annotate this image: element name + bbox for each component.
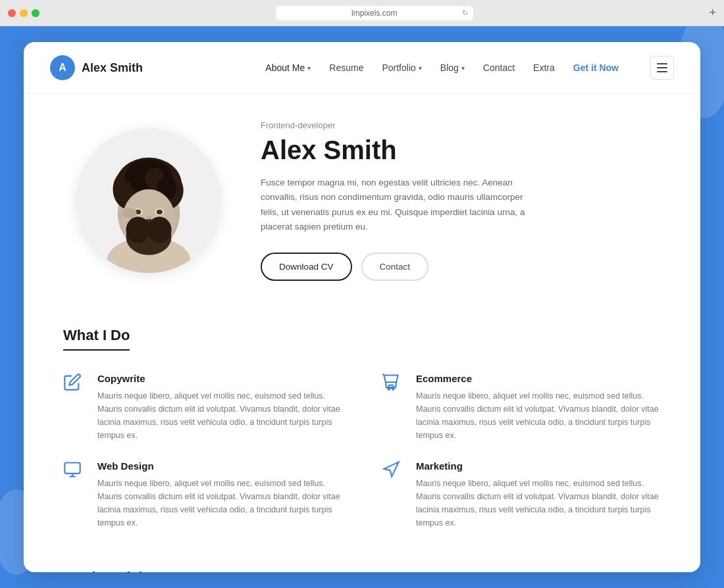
browser-chrome: lmpixels.com ↻ + [0,0,724,26]
testimonials-title: Testimonials [63,569,151,572]
store-icon [382,373,405,397]
nav-blog[interactable]: Blog ▾ [440,62,465,73]
download-cv-button[interactable]: Download CV [261,253,352,281]
nav-portfolio[interactable]: Portfolio ▾ [382,62,421,73]
pencil-icon [63,373,87,397]
logo[interactable]: A Alex Smith [50,55,143,80]
service-marketing-desc: Mauris neque libero, aliquet vel mollis … [416,477,661,529]
new-tab-button[interactable]: + [709,6,716,20]
hamburger-line [657,63,667,64]
services-title: What I Do [63,327,130,351]
service-ecommerce-desc: Mauris neque libero, aliquet vel mollis … [416,389,661,442]
hamburger-menu[interactable] [650,56,674,80]
nav-cta-button[interactable]: Get it Now [573,62,619,73]
url-bar[interactable]: lmpixels.com ↻ [276,6,473,20]
chevron-down-icon: ▾ [419,64,422,72]
svg-line-22 [382,374,384,375]
services-section: What I Do Copywrite Mauris neque libero,… [24,314,700,556]
service-webdesign-content: Web Design Mauris neque libero, aliquet … [97,460,342,529]
service-marketing-content: Marketing Mauris neque libero, aliquet v… [416,460,661,529]
service-copywrite-desc: Mauris neque libero, aliquet vel mollis … [97,389,342,442]
chevron-down-icon: ▾ [307,64,311,72]
traffic-lights [8,9,39,17]
service-marketing-title: Marketing [416,460,661,472]
svg-point-20 [122,208,137,218]
service-webdesign-desc: Mauris neque libero, aliquet vel mollis … [97,477,342,529]
svg-point-19 [157,210,163,214]
service-ecommerce-title: Ecommerce [416,373,661,384]
testimonials-section: Testimonials [24,556,700,572]
hero-section: Frontend-developer Alex Smith Fusce temp… [24,94,700,314]
logo-avatar: A [50,55,75,80]
svg-point-24 [392,388,394,389]
nav-resume[interactable]: Resume [329,62,363,73]
nav-contact[interactable]: Contact [483,62,515,73]
address-bar: lmpixels.com ↻ [45,6,704,20]
svg-point-15 [147,217,171,243]
navbar: A Alex Smith About Me ▾ Resume Portfolio… [24,42,700,94]
monitor-icon [63,460,87,484]
svg-point-14 [126,217,149,243]
service-marketing: Marketing Mauris neque libero, aliquet v… [382,460,661,529]
services-grid: Copywrite Mauris neque libero, aliquet v… [63,373,661,529]
nav-about-me[interactable]: About Me ▾ [265,62,311,73]
url-text: lmpixels.com [351,9,397,18]
avatar-image [83,141,215,273]
svg-rect-25 [65,463,80,474]
service-copywrite: Copywrite Mauris neque libero, aliquet v… [63,373,342,442]
hero-content: Frontend-developer Alex Smith Fusce temp… [261,120,648,281]
maximize-button[interactable] [32,9,39,17]
service-webdesign: Web Design Mauris neque libero, aliquet … [63,460,342,529]
hamburger-line [657,67,667,68]
avatar-container [76,128,221,273]
contact-button[interactable]: Contact [361,253,429,281]
hero-subtitle: Frontend-developer [261,120,648,130]
service-webdesign-title: Web Design [97,460,342,472]
service-ecommerce: Ecommerce Mauris neque libero, aliquet v… [382,373,661,442]
nav-links: About Me ▾ Resume Portfolio ▾ Blog ▾ Con… [265,56,674,80]
refresh-icon[interactable]: ↻ [462,9,468,17]
chevron-down-icon: ▾ [461,64,465,72]
main-card: A Alex Smith About Me ▾ Resume Portfolio… [24,42,700,572]
megaphone-icon [382,460,405,484]
hero-buttons: Download CV Contact [261,253,648,281]
svg-point-23 [388,388,389,389]
hero-bio: Fusce tempor magna mi, non egestas velit… [261,176,537,234]
browser-viewport: A Alex Smith About Me ▾ Resume Portfolio… [0,26,724,588]
service-copywrite-content: Copywrite Mauris neque libero, aliquet v… [97,373,342,442]
nav-extra[interactable]: Extra [533,62,555,73]
hero-name: Alex Smith [261,135,648,165]
service-copywrite-title: Copywrite [97,373,342,384]
service-ecommerce-content: Ecommerce Mauris neque libero, aliquet v… [416,373,661,442]
logo-name: Alex Smith [82,61,143,75]
minimize-button[interactable] [20,9,28,17]
close-button[interactable] [8,9,16,17]
hamburger-line [657,71,667,72]
